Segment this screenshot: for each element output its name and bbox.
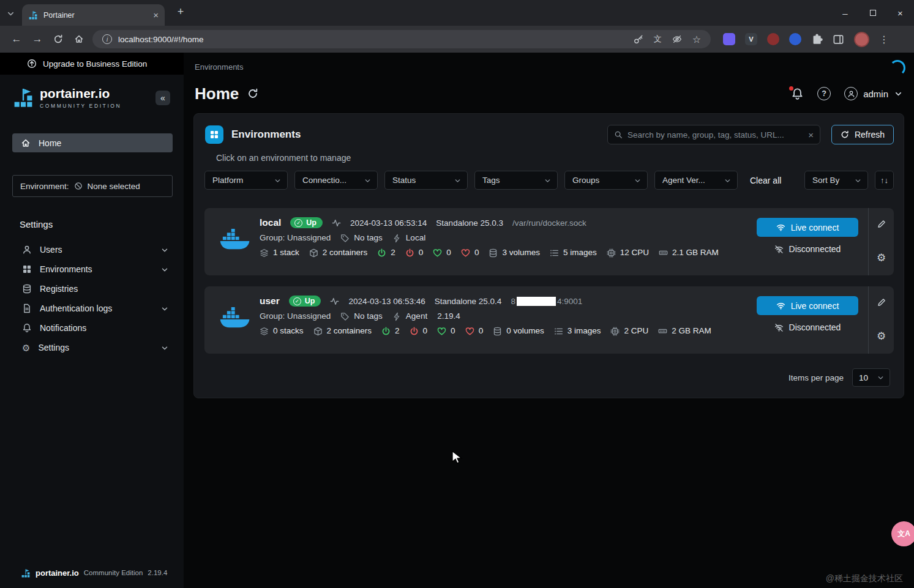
platform-filter[interactable]: Platform (204, 171, 288, 190)
forward-button[interactable]: → (27, 29, 48, 50)
sort-direction-button[interactable]: ↑↓ (875, 171, 894, 190)
sidebar-item-environments[interactable]: Environments (0, 259, 184, 279)
sidebar-item-registries[interactable]: Registries (0, 279, 184, 299)
containers-stat[interactable]: 2 containers (309, 248, 368, 258)
edit-environment-button[interactable] (877, 296, 886, 307)
environment-card-user[interactable]: user ✓Up 2024-03-13 06:53:46 Standalone … (204, 286, 894, 354)
environment-card-local[interactable]: local ✓Up 2024-03-13 06:53:14 Standalone… (204, 208, 894, 275)
card-side-actions: ⚙ (868, 286, 894, 354)
sidebar-item-notifications[interactable]: Notifications (0, 318, 184, 338)
volumes-stat[interactable]: 0 volumes (493, 326, 544, 336)
groups-filter[interactable]: Groups (564, 171, 648, 190)
connection-type: Agent (392, 311, 427, 321)
tab-close-icon[interactable]: × (153, 10, 159, 20)
password-key-icon[interactable] (634, 34, 643, 44)
reload-button[interactable] (48, 29, 69, 50)
address-bar[interactable]: i localhost:9000/#!/home 文 ☆ (92, 30, 711, 48)
browser-menu-icon[interactable]: ⋮ (879, 34, 889, 45)
card-meta-row: Group: Unassigned No tags Agent 2.19.4 (260, 311, 756, 321)
bolt-icon (392, 233, 402, 243)
images-stat[interactable]: 3 images (554, 326, 601, 336)
cpu-icon (610, 326, 620, 336)
sidebar-item-authentication-logs[interactable]: Authentication logs (0, 299, 184, 318)
chevron-down-icon (634, 176, 642, 185)
upgrade-banner[interactable]: Upgrade to Business Edition (0, 53, 184, 75)
environment-url: /var/run/docker.sock (512, 218, 586, 228)
home-icon (21, 138, 31, 148)
new-tab-button[interactable]: + (173, 6, 188, 18)
search-box: × (607, 125, 820, 144)
notifications-bell-button[interactable] (791, 87, 804, 100)
environment-settings-button[interactable]: ⚙ (877, 331, 886, 341)
extensions-puzzle-icon[interactable] (811, 34, 823, 45)
status-filter[interactable]: Status (384, 171, 468, 190)
screen: Portainer × + – × ← → i localhost:9000/#… (0, 0, 914, 588)
extension-icon-4[interactable] (789, 33, 801, 45)
volume-icon (489, 248, 498, 258)
extension-icon-1[interactable] (723, 33, 735, 45)
sidebar-item-users[interactable]: Users (0, 240, 184, 259)
user-menu[interactable]: admin (844, 87, 903, 100)
items-per-page-select[interactable]: 10 (852, 368, 890, 387)
card-stats-row: 0 stacks 2 containers 2 0 0 0 0 volumes … (260, 326, 756, 336)
connection-filter[interactable]: Connectio... (294, 171, 378, 190)
power-off-icon (410, 326, 419, 336)
stacks-stat[interactable]: 1 stack (260, 248, 299, 258)
agent-version-filter[interactable]: Agent Ver... (654, 171, 738, 190)
extension-icon-3[interactable] (767, 33, 779, 45)
registries-icon (22, 284, 32, 294)
browser-tab[interactable]: Portainer × (22, 4, 165, 26)
side-panel-icon[interactable] (833, 34, 844, 45)
docker-icon (219, 228, 251, 252)
environments-icon (22, 264, 32, 274)
tab-favicon (28, 10, 38, 20)
connection-status: Disconnected (774, 244, 841, 254)
bell-icon (22, 323, 32, 333)
profile-avatar[interactable] (854, 32, 869, 47)
tab-search-button[interactable] (6, 8, 15, 19)
check-icon: ✓ (293, 297, 301, 305)
search-clear-icon[interactable]: × (808, 130, 814, 140)
agent-version: 2.19.4 (437, 311, 460, 321)
floating-translate-button[interactable]: 文A (891, 521, 914, 546)
refresh-button[interactable]: Refresh (831, 125, 894, 144)
search-input[interactable] (627, 130, 803, 140)
clear-all-button[interactable]: Clear all (750, 176, 781, 185)
card-stats-row: 1 stack 2 containers 2 0 0 0 3 volumes 5… (260, 248, 756, 258)
ram-icon (659, 248, 668, 258)
translate-icon[interactable]: 文 (654, 34, 662, 45)
card-title-row: local ✓Up 2024-03-13 06:53:14 Standalone… (260, 217, 756, 228)
browser-home-button[interactable] (69, 29, 89, 50)
site-info-icon[interactable]: i (102, 34, 112, 44)
items-per-page-label: Items per page (789, 373, 844, 382)
sort-by-select[interactable]: Sort By (804, 171, 868, 190)
live-connect-button[interactable]: Live connect (757, 296, 858, 315)
ram-stat: 2 GB RAM (658, 326, 711, 336)
environment-settings-button[interactable]: ⚙ (877, 253, 886, 263)
help-button[interactable]: ? (817, 87, 831, 100)
sidebar-collapse-button[interactable]: « (155, 91, 170, 105)
portainer-logo: portainer.io COMMUNITY EDITION (12, 87, 121, 109)
sidebar-item-settings[interactable]: ⚙ Settings (0, 338, 184, 357)
bookmark-star-icon[interactable]: ☆ (692, 34, 701, 45)
cpu-stat: 2 CPU (610, 326, 648, 336)
containers-stat[interactable]: 2 containers (313, 326, 372, 336)
power-on-icon (381, 326, 391, 336)
window-maximize-button[interactable] (859, 0, 886, 26)
images-stat[interactable]: 5 images (550, 248, 597, 258)
sidebar-item-home[interactable]: Home (12, 133, 173, 152)
window-close-button[interactable]: × (886, 0, 914, 26)
page-refresh-icon[interactable] (247, 88, 258, 100)
stacks-stat[interactable]: 0 stacks (260, 326, 304, 336)
volumes-stat[interactable]: 3 volumes (489, 248, 540, 258)
window-minimize-button[interactable]: – (831, 0, 859, 26)
heart-icon (437, 326, 446, 336)
extension-icon-2[interactable]: V (745, 33, 757, 45)
gear-icon: ⚙ (22, 343, 30, 352)
eye-off-icon[interactable] (672, 34, 682, 44)
back-button[interactable]: ← (6, 29, 27, 50)
tags-filter[interactable]: Tags (474, 171, 558, 190)
edit-environment-button[interactable] (877, 218, 886, 229)
live-connect-button[interactable]: Live connect (757, 218, 858, 237)
ram-stat: 2.1 GB RAM (659, 248, 719, 258)
